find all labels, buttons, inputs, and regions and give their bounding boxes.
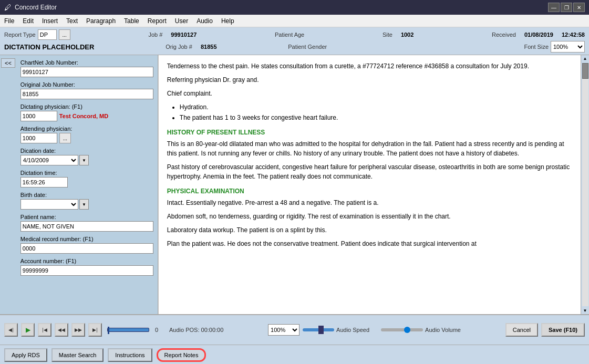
font-size-group: Font Size 100% 75% 125% 150% [524,41,585,53]
audio-volume-label: Audio Volume [425,327,461,333]
transport-bar: ◀| ▶ |◀ ◀◀ ▶▶ ▶| 0 Audio POS: 00:00:00 1… [0,314,589,345]
patient-age-label: Patient Age [275,32,304,38]
scroll-up-button[interactable]: ▲ [582,55,588,62]
step-forward-button[interactable]: ▶▶ [71,323,85,337]
menu-item-paragraph[interactable]: Paragraph [82,15,120,27]
editor-para-1: Tenderness to the chest pain. He states … [167,61,572,71]
editor-para-lab: Laboratory data workup. The patient is o… [167,225,572,235]
maximize-button[interactable]: ❐ [561,3,572,12]
birth-date-select[interactable] [20,199,78,210]
progress-cursor [108,327,109,334]
audio-volume-group: Audio Volume [381,327,461,333]
scroll-thumb[interactable] [582,63,588,79]
menu-item-audio[interactable]: Audio [192,15,217,27]
medical-record-number-input[interactable] [20,243,153,254]
menu-item-file[interactable]: File [0,15,18,27]
editor-panel[interactable]: Tenderness to the chest pain. He states … [158,55,581,314]
volume-slider-thumb[interactable] [404,327,410,333]
info-row-2: DICTATION PLACEHOLDER Orig Job # 81855 P… [4,41,585,53]
app-title: Concord Editor [15,4,57,11]
apply-rds-button[interactable]: Apply RDS [4,348,47,362]
editor-para-plan: Plan the patient was. He does not the co… [167,239,572,248]
dictating-physician-input[interactable] [20,111,57,121]
speed-slider-thumb[interactable] [318,326,324,334]
original-job-number-input[interactable] [20,89,153,99]
editor-para-3: Chief complaint. [167,89,572,98]
menu-item-text[interactable]: Text [62,15,82,27]
dictation-date-dropdown-button[interactable]: ▼ [79,155,89,165]
report-type-label: Report Type [4,32,36,38]
font-size-select[interactable]: 100% 75% 125% 150% [551,41,585,53]
original-job-number-label: Original Job Number: [20,81,153,88]
cancel-button[interactable]: Cancel [505,323,538,337]
prev-marker-button[interactable]: |◀ [38,323,51,337]
editor-bullet-1: Hydration. [180,102,572,112]
site-value: 1002 [401,32,414,38]
patient-name-input[interactable] [20,221,153,232]
rewind-to-start-button[interactable]: ◀| [4,323,18,337]
birth-date-dropdown-button[interactable]: ▼ [79,199,89,210]
birth-date-group: Birth date: ▼ [20,192,153,210]
progress-bar[interactable] [107,328,149,332]
chartnet-job-number-input[interactable] [20,67,153,77]
dictating-physician-label: Dictating physician: (F1) [20,103,153,110]
birth-date-label: Birth date: [20,192,153,198]
job-value: 99910127 [171,32,197,38]
job-label: Job # [148,32,162,38]
menu-item-user[interactable]: User [171,15,192,27]
audio-speed-label: Audio Speed [336,327,369,333]
left-panel: ChartNet Job Number: Original Job Number… [16,55,158,314]
info-bar: Report Type ... Job # 99910127 Patient A… [0,27,589,55]
attending-physician-input[interactable] [20,133,57,143]
progress-group: 0 [107,327,162,333]
vertical-scrollbar[interactable]: ▲ ▼ [581,55,589,314]
dictation-time-group: Dictation time: [20,170,153,188]
editor-bullet-2: The patient has 1 to 3 weeks for congest… [180,113,572,122]
editor-para-physical-1: Intact. Essentially negative. Pre-arrest… [167,198,572,207]
menu-item-help[interactable]: Help [217,15,239,27]
report-notes-button[interactable]: Report Notes [157,348,206,362]
dictation-time-input[interactable] [20,177,68,188]
attending-physician-group: Attending physician: ... [20,126,153,143]
menu-item-insert[interactable]: Insert [38,15,62,27]
speed-slider-track[interactable] [303,328,334,331]
dictation-placeholder-group: DICTATION PLACEHOLDER [4,43,94,51]
scroll-track[interactable] [582,63,588,306]
menu-item-table[interactable]: Table [120,15,143,27]
attending-physician-label: Attending physician: [20,126,153,132]
play-button[interactable]: ▶ [21,323,35,337]
editor-bullet-list: Hydration. The patient has 1 to 3 weeks … [180,102,572,122]
dictating-physician-group: Dictating physician: (F1) Test Concord, … [20,103,153,121]
title-bar-title-area: 🖊 Concord Editor [4,3,57,12]
audio-speed-select[interactable]: 100% 75% 125% [268,324,299,336]
font-size-label: Font Size [524,44,549,50]
report-type-input[interactable] [38,29,57,40]
menu-item-edit[interactable]: Edit [18,15,38,27]
info-row-1: Report Type ... Job # 99910127 Patient A… [4,29,585,40]
dictation-date-select[interactable]: 4/10/2009 [20,155,78,165]
next-marker-button[interactable]: ▶| [88,323,102,337]
received-time: 12:42:58 [562,32,585,38]
report-type-group: Report Type ... [4,29,70,40]
action-bar: Apply RDS Master Search Instructions Rep… [0,345,589,364]
close-button[interactable]: ✕ [573,3,585,12]
step-back-button[interactable]: ◀◀ [55,323,68,337]
account-number-input[interactable] [20,265,153,276]
history-section-header: HISTORY OF PRESENT ILLNESS [167,128,572,137]
menu-item-report[interactable]: Report [143,15,171,27]
volume-slider-track[interactable] [381,328,423,331]
report-type-dots-button[interactable]: ... [59,29,70,40]
audio-position-value: 0 [151,327,162,333]
patient-gender-label: Patient Gender [288,44,327,50]
collapse-panel-button[interactable]: << [1,58,15,68]
save-button[interactable]: Save (F10) [541,323,585,337]
window-controls: — ❐ ✕ [548,3,585,12]
audio-speed-group: 100% 75% 125% Audio Speed [268,324,369,336]
scroll-down-button[interactable]: ▼ [582,307,588,314]
account-number-group: Account number: (F1) [20,258,153,276]
attending-physician-dots-button[interactable]: ... [59,133,71,143]
minimize-button[interactable]: — [548,3,560,12]
chartnet-job-number-group: ChartNet Job Number: [20,59,153,77]
master-search-button[interactable]: Master Search [51,348,104,362]
instructions-button[interactable]: Instructions [108,348,152,362]
